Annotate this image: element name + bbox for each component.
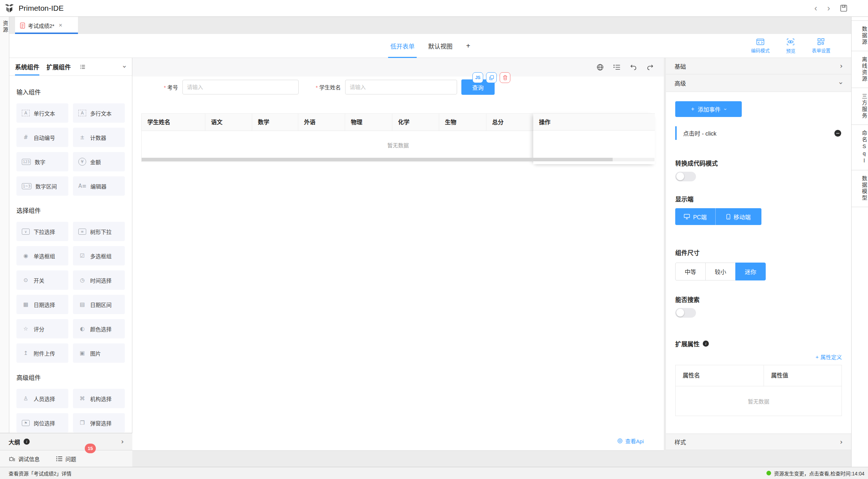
view-api-link[interactable]: 查看Api	[617, 437, 644, 445]
size-option-1[interactable]: 较小	[705, 263, 736, 280]
close-tab-icon[interactable]: ×	[59, 22, 62, 29]
size-option-0[interactable]: 中等	[675, 263, 706, 280]
i18n-globe-icon[interactable]	[597, 64, 604, 71]
palette-item-date-range[interactable]: ▤日期区间	[73, 295, 125, 314]
form-settings-button[interactable]: 表单设置	[812, 38, 830, 54]
size-option-2[interactable]: 迷你	[735, 263, 766, 280]
palette-item-multi-line-text[interactable]: A多行文本	[73, 103, 125, 123]
status-left-text[interactable]: 查看资源「考试成绩2」详情	[9, 470, 72, 477]
palette-section: 输入组件A单行文本A多行文本#自动编号±计数器123数字¥金额1~3数字区间A≡…	[16, 87, 125, 196]
collapse-palette-icon[interactable]: ›	[122, 65, 128, 68]
palette-item-label: 单选框组	[34, 252, 55, 260]
code-mode-button[interactable]: 编码模式	[751, 39, 770, 54]
component-list-icon[interactable]	[80, 65, 85, 69]
palette-item-auto-number[interactable]: #自动编号	[16, 128, 68, 147]
design-canvas[interactable]: *考号 *学生姓名 查询 JS 学生姓名语文数学外语物理化学生物总分操作 暂无数…	[132, 58, 664, 451]
mobile-side-button[interactable]: 移动端	[715, 208, 761, 225]
table-horizontal-scrollbar[interactable]	[142, 158, 654, 161]
searchable-toggle[interactable]	[675, 308, 696, 318]
results-table[interactable]: 学生姓名语文数学外语物理化学生物总分操作 暂无数据 操作	[141, 113, 655, 162]
palette-item-user-select[interactable]: ♙人员选择	[16, 389, 68, 408]
section-basic[interactable]: 基础 ›	[666, 58, 851, 74]
js-action-button[interactable]: JS	[472, 72, 483, 83]
rail-tab-1[interactable]: 离线资源	[852, 51, 868, 88]
tab-system-components[interactable]: 系统组件	[15, 58, 39, 75]
trash-icon	[503, 75, 507, 80]
section-advanced[interactable]: 高级 ›	[666, 74, 851, 92]
view-tab-0[interactable]: 低开表单	[390, 34, 415, 58]
rail-tab-0[interactable]: 数据源	[852, 20, 868, 51]
palette-item-label: 多选框组	[90, 252, 112, 260]
back-icon[interactable]: ‹	[814, 4, 817, 13]
radio-group-icon: ◉	[22, 253, 30, 259]
palette-grid: ∨下拉选择≡树形下拉◉单选框组☑多选框组⊙开关◷时间选择▦日期选择▤日期区间☆评…	[16, 222, 125, 363]
rail-tab-4[interactable]: 数据模型	[852, 170, 868, 207]
palette-item-date-picker[interactable]: ▦日期选择	[16, 295, 68, 314]
view-tab-1[interactable]: 默认视图	[428, 34, 452, 58]
palette-item-number-range[interactable]: 1~3数字区间	[16, 176, 68, 196]
palette-item-tree-select[interactable]: ≡树形下拉	[73, 222, 125, 241]
document-tab[interactable]: 考试成绩2* ×	[15, 17, 78, 34]
pc-side-button[interactable]: PC端	[675, 208, 715, 225]
copy-component-button[interactable]	[486, 72, 497, 83]
status-bar: 查看资源「考试成绩2」详情 资源发生变更，点击查看,检查时间:14:04	[0, 467, 868, 479]
rail-tab-2[interactable]: 三方服务	[852, 88, 868, 125]
palette-item-time-picker[interactable]: ◷时间选择	[73, 270, 125, 290]
palette-item-currency[interactable]: ¥金额	[73, 152, 125, 171]
palette-item-rich-editor[interactable]: A≡编辑器	[73, 176, 125, 196]
palette-item-color-picker[interactable]: ◐颜色选择	[73, 319, 125, 338]
palette-item-org-select[interactable]: ⌘机构选择	[73, 389, 125, 408]
auto-number-icon: #	[22, 134, 30, 141]
section-style[interactable]: 样式 ›	[666, 434, 851, 450]
palette-item-checkbox-group[interactable]: ☑多选框组	[73, 246, 125, 265]
event-item-click[interactable]: 点击时 - click −	[675, 126, 842, 140]
debug-info-button[interactable]: 调试信息	[9, 455, 40, 463]
palette-item-rating[interactable]: ☆评分	[16, 319, 68, 338]
grid-column-6: 生物	[439, 114, 486, 131]
grid-column-5: 化学	[392, 114, 439, 131]
status-right[interactable]: 资源发生变更，点击查看,检查时间:14:04	[766, 470, 864, 477]
desktop-icon	[684, 214, 690, 219]
resources-rail-tab[interactable]: 资源	[0, 20, 9, 33]
palette-item-dialog-select[interactable]: ❐弹窗选择	[73, 413, 125, 432]
palette-item-file-upload[interactable]: ↥附件上传	[16, 343, 68, 363]
grid-column-4: 物理	[345, 114, 392, 131]
scrollbar-thumb[interactable]	[142, 158, 613, 161]
add-property-link[interactable]: + 属性定义	[815, 353, 842, 361]
exam-no-input[interactable]	[182, 80, 299, 94]
outline-tree-icon[interactable]	[613, 64, 620, 70]
document-tab-strip: 考试成绩2* ×	[9, 17, 851, 34]
switch-icon: ⊙	[22, 277, 30, 283]
palette-item-radio-group[interactable]: ◉单选框组	[16, 246, 68, 265]
outline-bar[interactable]: 大纲 i ›	[0, 433, 132, 450]
searchable-label: 能否搜索	[675, 295, 842, 304]
remove-event-icon[interactable]: −	[834, 130, 841, 137]
palette-item-switch[interactable]: ⊙开关	[16, 270, 68, 290]
add-event-button[interactable]: + 添加事件 ›	[675, 101, 742, 117]
palette-item-number[interactable]: 123数字	[16, 152, 68, 171]
fixed-operation-column: 操作	[533, 113, 655, 164]
preview-button[interactable]: 预览	[786, 38, 795, 54]
delete-component-button[interactable]	[500, 72, 510, 83]
redo-icon[interactable]	[647, 64, 654, 70]
tab-extension-components[interactable]: 扩展组件	[46, 58, 71, 75]
issues-button[interactable]: 问题	[56, 455, 76, 463]
palette-item-counter[interactable]: ±计数器	[73, 128, 125, 147]
code-mode-toggle[interactable]	[675, 172, 696, 181]
palette-sections: 输入组件A单行文本A多行文本#自动编号±计数器123数字¥金额1~3数字区间A≡…	[9, 76, 132, 433]
prop-value-column: 属性值	[764, 365, 788, 386]
palette-section: 选择组件∨下拉选择≡树形下拉◉单选框组☑多选框组⊙开关◷时间选择▦日期选择▤日期…	[16, 206, 125, 363]
add-view-button[interactable]: +	[466, 34, 470, 58]
ext-props-empty-text: 暂无数据	[676, 386, 842, 416]
undo-icon[interactable]	[630, 64, 637, 70]
palette-item-dropdown-select[interactable]: ∨下拉选择	[16, 222, 68, 241]
save-icon[interactable]	[840, 5, 847, 12]
rail-tab-3[interactable]: 命名Sql	[852, 125, 868, 170]
org-select-icon: ⌘	[78, 395, 86, 402]
forward-icon[interactable]: ›	[827, 4, 830, 13]
palette-item-image[interactable]: ▣图片	[73, 343, 125, 363]
palette-item-single-line-text[interactable]: A单行文本	[16, 103, 68, 123]
student-name-input[interactable]	[345, 80, 457, 94]
palette-item-label: 机构选择	[90, 395, 112, 402]
palette-item-post-select[interactable]: ⚑岗位选择	[16, 413, 68, 432]
